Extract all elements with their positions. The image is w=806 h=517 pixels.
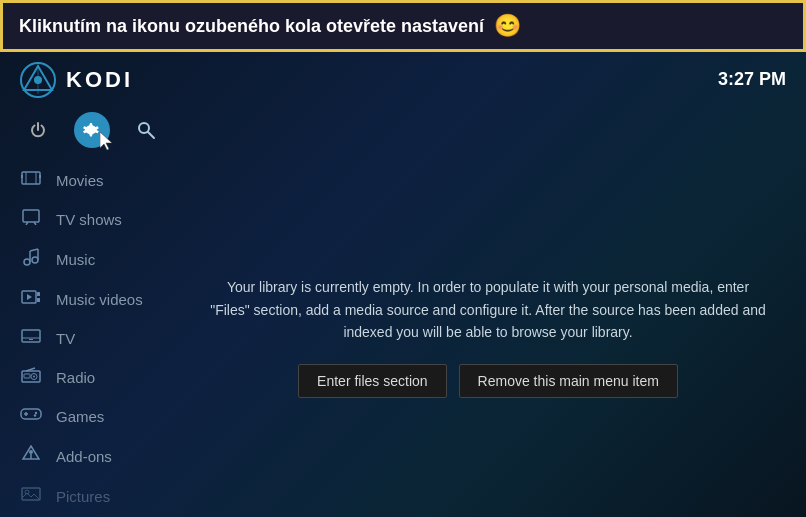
tvshows-icon [20, 209, 42, 230]
svg-rect-9 [22, 172, 40, 184]
kodi-time: 3:27 PM [718, 69, 786, 90]
search-icon [136, 120, 156, 140]
svg-rect-33 [24, 374, 30, 378]
power-icon [28, 120, 48, 140]
sidebar-label-games: Games [56, 408, 104, 425]
svg-rect-25 [37, 298, 40, 302]
sidebar-label-pictures: Pictures [56, 488, 110, 505]
sidebar-item-addons[interactable]: Add-ons [0, 436, 170, 477]
sidebar-item-games[interactable]: Games [0, 397, 170, 436]
power-button[interactable] [20, 112, 56, 148]
musicvideos-icon [20, 289, 42, 310]
annotation-bar: Kliknutím na ikonu ozubeného kola otevře… [0, 0, 806, 52]
sidebar-item-tv[interactable]: TV [0, 319, 170, 358]
kodi-logo: KODI [20, 62, 133, 98]
main-content: Movies TV shows Music Music videos [0, 157, 806, 517]
svg-point-37 [35, 412, 37, 414]
music-icon [20, 248, 42, 271]
pictures-icon [20, 486, 42, 507]
library-message: Your library is currently empty. In orde… [208, 276, 768, 397]
sidebar-label-musicvideos: Music videos [56, 291, 143, 308]
sidebar-item-radio[interactable]: Radio [0, 358, 170, 397]
sidebar-label-addons: Add-ons [56, 448, 112, 465]
sidebar-item-tvshows[interactable]: TV shows [0, 200, 170, 239]
svg-rect-12 [21, 175, 23, 178]
games-icon [20, 406, 42, 427]
annotation-text: Kliknutím na ikonu ozubeného kola otevře… [19, 16, 484, 37]
enter-files-button[interactable]: Enter files section [298, 364, 447, 398]
settings-button[interactable] [74, 112, 110, 148]
button-row: Enter files section Remove this main men… [208, 364, 768, 398]
addons-icon [20, 445, 42, 468]
content-area: Your library is currently empty. In orde… [170, 157, 806, 517]
svg-rect-14 [23, 210, 39, 222]
svg-point-40 [29, 450, 33, 454]
sidebar-label-music: Music [56, 251, 95, 268]
sidebar-label-movies: Movies [56, 172, 104, 189]
remove-menu-item-button[interactable]: Remove this main menu item [459, 364, 678, 398]
svg-point-38 [34, 414, 36, 416]
sidebar-item-movies[interactable]: Movies [0, 161, 170, 200]
library-message-text: Your library is currently empty. In orde… [208, 276, 768, 343]
gear-icon [82, 120, 102, 140]
icon-toolbar [0, 107, 806, 157]
svg-rect-26 [22, 330, 40, 342]
kodi-logo-text: KODI [66, 67, 133, 93]
annotation-emoji: 😊 [494, 13, 521, 39]
sidebar-item-music[interactable]: Music [0, 239, 170, 280]
svg-line-19 [30, 249, 38, 251]
sidebar-label-radio: Radio [56, 369, 95, 386]
svg-point-17 [24, 259, 30, 265]
svg-rect-42 [22, 488, 40, 500]
svg-rect-13 [39, 175, 41, 178]
movies-icon [20, 170, 42, 191]
cursor-indicator [100, 132, 114, 152]
tv-icon [20, 328, 42, 349]
svg-point-21 [32, 257, 38, 263]
svg-point-32 [33, 376, 35, 378]
kodi-header: KODI 3:27 PM [0, 52, 806, 107]
sidebar-item-musicvideos[interactable]: Music videos [0, 280, 170, 319]
kodi-logo-icon [20, 62, 56, 98]
svg-rect-28 [29, 339, 33, 340]
kodi-screen: KODI 3:27 PM [0, 52, 806, 517]
sidebar-label-tv: TV [56, 330, 75, 347]
svg-marker-23 [27, 294, 32, 300]
sidebar-label-tvshows: TV shows [56, 211, 122, 228]
sidebar: Movies TV shows Music Music videos [0, 157, 170, 517]
svg-rect-24 [37, 292, 40, 296]
sidebar-item-pictures[interactable]: Pictures [0, 477, 170, 516]
radio-icon [20, 367, 42, 388]
svg-line-8 [148, 132, 154, 138]
search-button[interactable] [128, 112, 164, 148]
